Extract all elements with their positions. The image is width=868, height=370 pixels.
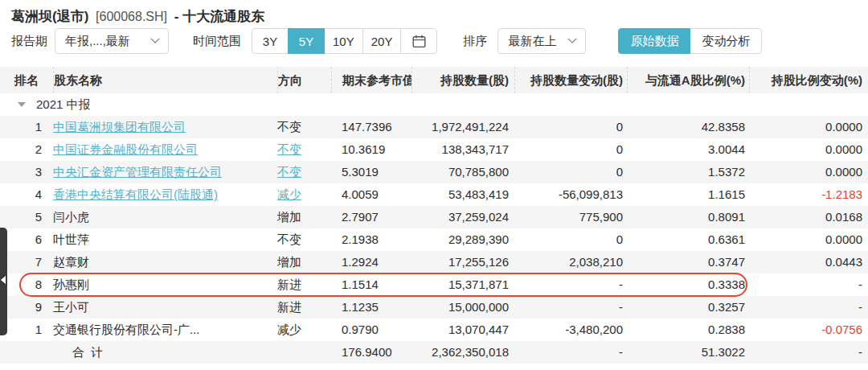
- side-panel-handle[interactable]: [0, 228, 7, 335]
- direction-cell-text[interactable]: 不变: [277, 142, 301, 156]
- direction-cell: 新进: [277, 273, 331, 296]
- ratio-change-cell-text: 0.0000: [825, 165, 862, 179]
- shares-cell-text: 1,972,491,224: [432, 120, 509, 134]
- ref-price-cell-text: 2.1938: [342, 232, 379, 246]
- raw-data-tab[interactable]: 原始数据: [618, 28, 690, 54]
- shares-cell-text: 2,362,350,018: [432, 345, 509, 359]
- ref-price-cell-text: 1.1235: [342, 300, 379, 314]
- shares-cell-text: 53,483,419: [448, 187, 509, 201]
- ref-price-cell-text: 176.9400: [342, 345, 392, 359]
- share-change-cell-text: 775,900: [579, 210, 623, 224]
- share-change-cell-text: 0: [616, 165, 623, 179]
- chevron-down-icon: [150, 35, 159, 43]
- share-change-cell: 0: [514, 161, 627, 183]
- share-change-cell-text: -: [619, 278, 623, 291]
- ratio-cell-text: 51.3022: [702, 345, 745, 359]
- col-share-change: 持股数量变动(股): [514, 67, 627, 93]
- shares-cell-text: 29,289,390: [448, 232, 509, 246]
- direction-cell-text[interactable]: 不变: [277, 165, 301, 179]
- time-range-3y-button[interactable]: 3Y: [252, 28, 289, 54]
- direction-cell: 不变: [277, 228, 331, 251]
- ref-price-cell: 1.1235: [331, 296, 411, 319]
- col-name: 股东名称: [53, 67, 277, 93]
- ref-price-cell-text: 4.0059: [342, 187, 379, 201]
- calendar-button[interactable]: [400, 28, 437, 54]
- change-analysis-tab[interactable]: 变动分析: [690, 28, 762, 54]
- ratio-cell-text: 0.3257: [708, 300, 745, 314]
- share-change-cell: -56,099,813: [514, 183, 627, 206]
- shareholder-name-cell-text[interactable]: 香港中央结算有限公司(陆股通): [53, 187, 218, 201]
- shareholder-name-cell-text: 闫小虎: [53, 210, 89, 224]
- ratio-cell: 51.3022: [627, 341, 749, 364]
- ref-price-cell-text: 10.3619: [342, 142, 385, 156]
- shareholder-name-cell-text[interactable]: 中央汇金资产管理有限责任公司: [53, 165, 222, 179]
- ratio-cell: 0.6361: [627, 228, 749, 251]
- ratio-cell: 42.8358: [627, 116, 749, 138]
- sort-select[interactable]: 最新在上: [497, 28, 586, 54]
- ratio-change-cell: -1.2183: [749, 183, 868, 206]
- shareholder-name-cell: 香港中央结算有限公司(陆股通): [53, 183, 277, 206]
- report-period-select[interactable]: 年报,...,最新: [55, 28, 169, 54]
- shareholder-name-cell-text[interactable]: 中国证券金融股份有限公司: [53, 142, 198, 156]
- direction-cell: 增加: [277, 251, 331, 273]
- shares-cell-text: 13,070,447: [448, 323, 509, 336]
- ratio-cell: 0.8091: [627, 206, 749, 228]
- ref-price-cell: 2.1938: [331, 228, 411, 251]
- shareholder-name-cell-text[interactable]: 中国葛洲坝集团有限公司: [53, 120, 186, 134]
- time-range-20y-button[interactable]: 20Y: [362, 28, 402, 54]
- direction-cell: 减少: [277, 183, 331, 206]
- ratio-change-cell-text: -1.2183: [821, 187, 862, 201]
- shareholder-name-cell: 中国证券金融股份有限公司: [53, 138, 277, 161]
- ref-price-cell-text: 1.1514: [342, 278, 379, 291]
- table-row: 8孙惠刚新进1.151415,371,871-0.3338-: [0, 273, 868, 296]
- time-range-5y-button[interactable]: 5Y: [288, 28, 325, 54]
- direction-cell-text: 增加: [277, 255, 301, 269]
- ref-price-cell-text: 0.9790: [342, 323, 379, 336]
- shareholder-name-cell: 王小可: [53, 296, 277, 319]
- ratio-change-cell-text: 0.0000: [825, 120, 862, 134]
- ratio-change-cell-text: -: [858, 345, 862, 359]
- shares-cell: 17,255,126: [411, 251, 514, 273]
- ratio-change-cell-text: -: [858, 278, 862, 291]
- shareholder-name-cell: 赵章财: [53, 251, 277, 273]
- share-change-cell: -: [514, 296, 627, 319]
- rank-cell-text: 2: [35, 142, 42, 156]
- table-row: 7赵章财增加1.292417,255,1262,038,2100.37470.0…: [0, 251, 868, 273]
- sort-value: 最新在上: [508, 34, 556, 49]
- shareholder-name-cell: 中央汇金资产管理有限责任公司: [53, 161, 277, 183]
- shares-cell: 53,483,419: [411, 183, 514, 206]
- rank-cell-text: 5: [35, 210, 42, 224]
- shares-cell: 1,972,491,224: [411, 116, 514, 138]
- direction-cell: 新进: [277, 296, 331, 319]
- shares-cell: 29,289,390: [411, 228, 514, 251]
- shares-cell: 15,371,871: [411, 273, 514, 296]
- ratio-cell-text: 3.0044: [708, 142, 745, 156]
- rank-cell: 2: [0, 138, 53, 161]
- ratio-cell: 0.3257: [627, 296, 749, 319]
- shares-cell: 15,000,000: [411, 296, 514, 319]
- time-range-button-group: 3Y 5Y 10Y 20Y: [252, 28, 437, 54]
- col-shares: 持股数量(股): [411, 67, 514, 93]
- rank-cell-text: 3: [35, 165, 42, 179]
- collapse-triangle-icon[interactable]: [18, 102, 26, 111]
- share-change-cell-text: -3,480,200: [565, 323, 623, 336]
- share-change-cell-text: 2,038,210: [569, 255, 623, 269]
- ref-price-cell: 176.9400: [331, 341, 411, 364]
- ratio-change-cell: 0.0168: [749, 206, 868, 228]
- direction-cell-text[interactable]: 减少: [277, 187, 301, 201]
- table-row: 2中国证券金融股份有限公司不变10.3619138,343,71703.0044…: [0, 138, 868, 161]
- period-group-row[interactable]: 2021 中报: [0, 93, 868, 116]
- ratio-change-cell-text: -0.0756: [821, 323, 862, 336]
- share-change-cell: -3,480,200: [514, 319, 627, 341]
- ratio-cell: 0.3338: [627, 273, 749, 296]
- direction-cell-text: 不变: [277, 120, 301, 134]
- shareholder-name-cell-text: 王小可: [53, 300, 89, 314]
- ratio-change-cell-text: 0.0000: [825, 142, 862, 156]
- ref-price-cell-text: 5.3019: [342, 165, 379, 179]
- direction-cell-text: 不变: [277, 232, 301, 246]
- shares-cell-text: 15,000,000: [448, 300, 509, 314]
- time-range-10y-button[interactable]: 10Y: [324, 28, 363, 54]
- ratio-cell-text: 0.3747: [708, 255, 745, 269]
- ratio-cell: 0.2838: [627, 319, 749, 341]
- chevron-down-icon: [568, 35, 577, 43]
